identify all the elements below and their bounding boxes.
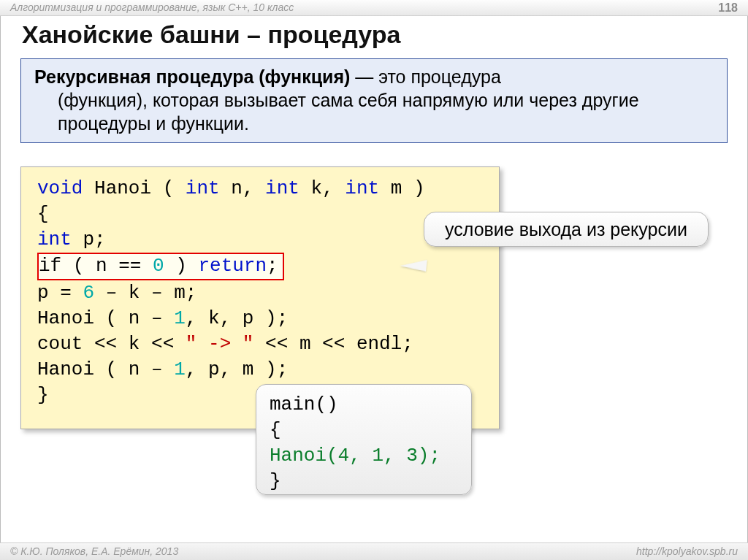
- definition-term: Рекурсивная процедура (функция): [34, 66, 350, 87]
- footer-bar: © К.Ю. Поляков, Е.А. Ерёмин, 2013 http:/…: [0, 542, 748, 560]
- code-line-8: Hanoi ( n – 1, p, m );: [37, 357, 483, 383]
- main-line-1: main(): [270, 392, 458, 418]
- copyright-label: © К.Ю. Поляков, Е.А. Ерёмин, 2013: [10, 545, 178, 560]
- kw-int: int: [37, 229, 72, 250]
- main-line-3: Hanoi(4, 1, 3);: [270, 443, 458, 469]
- code-line-7: cout << k << " -> " << m << endl;: [37, 331, 483, 357]
- code-line-6: Hanoi ( n – 1, k, p );: [37, 306, 483, 331]
- code-line-1: void Hanoi ( int n, int k, int m ): [37, 176, 483, 202]
- definition-dash: — это процедура: [350, 66, 500, 87]
- kw-int: int: [265, 177, 299, 199]
- definition-box: Рекурсивная процедура (функция) — это пр…: [20, 58, 728, 143]
- course-label: Алгоритмизация и программирование, язык …: [10, 1, 294, 15]
- main-code-block: main() { Hanoi(4, 1, 3); }: [256, 384, 472, 495]
- code-line-2: {: [37, 202, 483, 227]
- page-title: Ханойские башни – процедура: [22, 20, 400, 49]
- site-url-label: http://kpolyakov.spb.ru: [636, 545, 738, 560]
- highlighted-exit-condition: if ( n == 0 ) return;: [37, 253, 284, 280]
- main-line-2: {: [270, 418, 458, 443]
- header-bar: Алгоритмизация и программирование, язык …: [0, 0, 748, 16]
- kw-int: int: [186, 177, 220, 199]
- hanoi-call: Hanoi(4, 1, 3);: [270, 445, 440, 467]
- main-line-4: }: [270, 469, 458, 494]
- code-line-3: int p;: [37, 227, 483, 253]
- string-literal: " -> ": [186, 333, 254, 355]
- definition-body: (функция), которая вызывает сама себя на…: [34, 88, 714, 135]
- callout-exit-condition: условие выхода из рекурсии: [424, 212, 709, 247]
- code-line-5: p = 6 – k – m;: [37, 280, 483, 306]
- page-number: 118: [718, 1, 738, 15]
- kw-return: return: [198, 255, 267, 277]
- kw-int: int: [345, 177, 379, 199]
- slide: Алгоритмизация и программирование, язык …: [0, 0, 748, 560]
- kw-void: void: [37, 177, 83, 199]
